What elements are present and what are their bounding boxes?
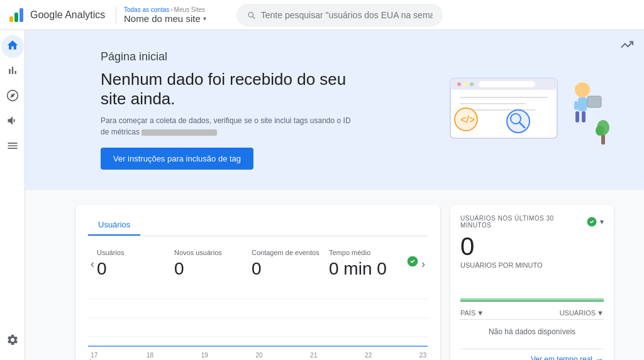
metric-new-users: Novos usuários 0 [174,246,252,281]
metrics-check-icon [406,255,419,271]
svg-text:</>: </> [460,114,475,125]
tab-users[interactable]: Usuários [88,215,140,236]
svg-rect-1 [14,13,18,22]
realtime-chart [460,276,604,302]
view-realtime-link[interactable]: Ver em tempo real → [531,354,604,360]
view-realtime-arrow: → [595,354,604,360]
realtime-header: USUÁRIOS NOS ÚLTIMOS 30 MINUTOS ▾ [460,215,604,229]
svg-point-13 [507,110,530,133]
metric-users: Usuários 0 [97,246,174,281]
sidebar-item-advertising[interactable] [1,111,24,133]
sidebar-item-explore[interactable] [1,85,24,108]
realtime-sub-label: USUÁRIOS POR MINUTO [460,261,604,269]
hero-banner: Página inicial Nenhum dado foi recebido … [25,30,644,190]
hero-headline: Nenhum dado foi recebido do seu site ain… [101,70,352,109]
hero-description: Para começar a coleta de dados, verifiqu… [101,115,352,138]
breadcrumb-top: Todas as contas › Meus Sites [124,6,229,13]
sidebar-item-settings[interactable] [1,330,24,352]
app-name: Google Analytics [30,9,105,21]
search-icon [247,10,256,20]
svg-rect-20 [575,111,579,123]
metrics-tabs: Usuários [88,215,428,236]
sidebar-item-menu[interactable] [1,136,24,158]
search-input[interactable] [261,10,433,20]
metrics-row: Usuários 0 Novos usuários 0 Contagem de … [97,246,406,281]
sidebar-bottom [1,330,24,360]
ga-logo-icon [8,6,25,24]
xaxis-label-5: 22 [365,352,372,360]
site-selector-chevron: ▾ [203,15,206,22]
sidebar-item-reports[interactable] [1,60,24,83]
settings-icon [6,334,19,349]
realtime-no-data: Não há dados disponíveis [460,320,604,344]
xaxis-label-4: 21 [310,352,317,360]
megaphone-icon [6,114,19,130]
svg-rect-24 [587,96,601,107]
breadcrumb-section: Meus Sites [174,6,205,13]
metrics-row-outer: ‹ Usuários 0 Novos usuários 0 Contagem d… [88,246,428,281]
menu-icon [6,139,19,155]
realtime-dropdown-arrow[interactable]: ▾ [600,217,604,226]
realtime-footer: Ver em tempo real → [460,349,604,360]
xaxis-label-1: 18 [147,352,153,360]
breadcrumb-sep1: › [170,6,172,13]
svg-rect-21 [582,111,586,123]
hero-illustration: </> [425,66,614,154]
xaxis-label-0: 17fev. [89,352,99,360]
top-nav: Google Analytics Todas as contas › Meus … [0,0,644,30]
realtime-check-icon [586,216,597,227]
svg-rect-0 [9,16,13,22]
logo-area: Google Analytics [8,6,108,24]
sidebar [0,30,25,360]
main-content: Página inicial Nenhum dado foi recebido … [25,30,644,360]
breadcrumb-area: Todas as contas › Meus Sites Nome do meu… [116,6,229,24]
metric-events: Contagem de eventos 0 [252,246,329,281]
svg-point-27 [596,126,604,136]
svg-rect-2 [19,8,23,22]
tag-instructions-button[interactable]: Ver instruções para inclusão de tag [101,148,253,170]
xaxis-label-2: 19 [201,352,208,360]
realtime-col-country[interactable]: PAÍS ▼ [460,309,484,317]
site-name: Nome do meu site [124,13,201,24]
metrics-chart [88,286,428,349]
hero-title: Página inicial [101,50,352,63]
home-icon [6,39,19,55]
realtime-table-header: PAÍS ▼ USUÁRIOS ▼ [460,309,604,320]
bar-chart-icon [6,64,19,80]
breadcrumb-all-accounts[interactable]: Todas as contas [124,6,169,13]
realtime-value: 0 [460,234,604,259]
svg-point-6 [457,82,461,86]
xaxis-label-3: 20 [256,352,263,360]
xaxis-label-6: 23 [419,352,426,360]
metric-avg-time: Tempo médio 0 min 0 [329,246,406,281]
next-metric-arrow[interactable]: › [419,258,428,271]
chart-area [88,286,428,349]
prev-metric-arrow[interactable]: ‹ [88,258,97,271]
chart-xaxis: 17fev. 18 19 20 21 22 23 [88,352,428,360]
hero-text: Página inicial Nenhum dado foi recebido … [101,50,352,170]
realtime-controls: ▾ [586,216,604,227]
svg-rect-19 [578,97,587,111]
svg-point-7 [464,82,467,86]
search-bar[interactable] [236,4,443,26]
main-stats-card: Usuários ‹ Usuários 0 Novos usuários 0 [75,205,440,360]
stats-section: Usuários ‹ Usuários 0 Novos usuários 0 [25,190,644,360]
sidebar-item-home[interactable] [1,35,24,58]
svg-point-18 [575,82,590,97]
svg-rect-9 [479,81,535,87]
trend-icon[interactable] [620,38,634,55]
realtime-card: USUÁRIOS NOS ÚLTIMOS 30 MINUTOS ▾ 0 USUÁ… [450,205,614,360]
svg-rect-22 [574,101,578,110]
compass-icon [6,89,19,105]
realtime-col-users[interactable]: USUÁRIOS ▼ [560,309,604,317]
redacted-text [142,129,217,136]
site-selector[interactable]: Nome do meu site ▾ [124,13,229,24]
svg-point-8 [470,82,474,86]
